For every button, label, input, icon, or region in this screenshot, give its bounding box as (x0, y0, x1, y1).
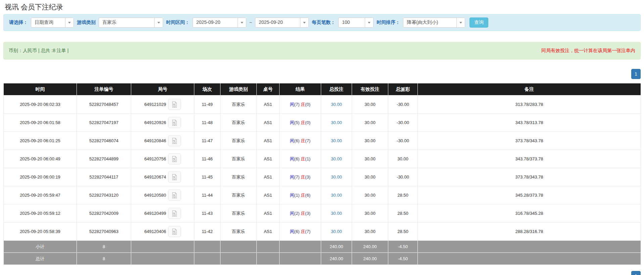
chevron-down-icon (365, 18, 373, 27)
video-file-icon (171, 119, 178, 126)
query-type-label: 请选择： (9, 19, 28, 26)
result-player-label: 闲 (290, 193, 294, 198)
result-banker-score: (1) (305, 156, 310, 161)
video-replay-button[interactable] (168, 153, 181, 164)
video-replay-button[interactable] (168, 117, 181, 128)
video-file-icon (171, 228, 178, 235)
page-1-button-bottom[interactable]: 1 (631, 271, 641, 275)
total-bet-link[interactable]: 30.00 (331, 211, 342, 216)
total-bet-cell: 30.00 (321, 223, 352, 241)
bets-table: 时间 注单编号 局号 场次 游戏类别 桌号 结果 总投注 有效投注 总派彩 备注… (3, 83, 641, 265)
total-bet-link[interactable]: 30.00 (331, 120, 342, 125)
result-player-score: (7) (294, 102, 300, 107)
total-bet-link[interactable]: 30.00 (331, 156, 342, 161)
round-id-value: 649121029 (144, 102, 166, 107)
video-replay-button[interactable] (168, 226, 181, 237)
date-from-select[interactable]: 2025-09-20 (193, 17, 246, 28)
table-body: 2025-09-20 06:02:33 522827048457 6491210… (4, 95, 641, 241)
result-banker-label: 庄 (301, 138, 305, 143)
page-1-button[interactable]: 1 (631, 69, 641, 79)
session-cell: 11-45 (194, 168, 220, 186)
chevron-down-icon (456, 18, 465, 27)
total-bet-link[interactable]: 30.00 (331, 102, 342, 107)
valid-bet-cell: 30.00 (352, 150, 388, 168)
table-no-cell: AS1 (257, 95, 280, 114)
game-cell: 百家乐 (220, 95, 257, 114)
total-bet-cell: 30.00 (321, 168, 352, 186)
video-replay-button[interactable] (168, 171, 181, 183)
round-id-cell: 649120674 (131, 168, 194, 186)
video-file-icon (171, 156, 178, 162)
search-button[interactable]: 查询 (469, 17, 488, 28)
round-id-value: 649120926 (144, 120, 166, 125)
table-no-cell: AS1 (257, 132, 280, 150)
video-file-icon (171, 210, 178, 217)
result-cell: 闲(6) 庄(7) (280, 223, 321, 241)
total-bet-link[interactable]: 30.00 (331, 174, 342, 180)
total-bet-link[interactable]: 30.00 (331, 138, 342, 143)
result-player-label: 闲 (290, 229, 294, 234)
col-header-session: 场次 (194, 83, 220, 95)
result-player-score: (6) (294, 156, 300, 161)
time-cell: 2025-09-20 05:59:47 (4, 186, 77, 204)
total-bet-link[interactable]: 30.00 (331, 229, 342, 234)
time-cell: 2025-09-20 06:01:25 (4, 132, 77, 150)
filter-bar: 请选择： 日期查询 游戏类别 百家乐 时间区间： 2025-09-20 ~ 20… (3, 14, 641, 31)
round-id-cell: 649120580 (131, 186, 194, 204)
video-replay-button[interactable] (168, 208, 181, 219)
result-cell: 闲(6) 庄(7) (280, 132, 321, 150)
result-banker-label: 庄 (301, 102, 305, 107)
round-id-cell: 649120756 (131, 150, 194, 168)
round-id-value: 649120846 (144, 138, 166, 143)
bet-id-cell: 522827043120 (77, 186, 131, 204)
table-totals: 小计 8 240.00 240.00 -4.50 总计 8 2 (4, 241, 641, 265)
summary-bar: 币别：人民币 | 总共 :8 注单 | 同局有效投注，统一计算在该局第一张注单内 (3, 42, 641, 60)
time-cell: 2025-09-20 05:59:12 (4, 204, 77, 223)
date-from-value: 2025-09-20 (193, 18, 238, 27)
grand-total-total-bet: 240.00 (321, 253, 352, 265)
result-cell: 闲(6) 庄(1) (280, 150, 321, 168)
round-id-value: 649120499 (144, 211, 166, 216)
subtotal-count: 8 (77, 241, 131, 253)
col-header-table-no: 桌号 (257, 83, 280, 95)
game-cell: 百家乐 (220, 186, 257, 204)
valid-bet-cell: 30.00 (352, 168, 388, 186)
date-to-select[interactable]: 2025-09-20 (255, 17, 309, 28)
result-banker-score: (7) (305, 229, 310, 234)
result-banker-score: (0) (305, 102, 310, 107)
remark-cell: 343.78/373.78 (418, 150, 641, 168)
bet-id-cell: 522827044899 (77, 150, 131, 168)
result-cell: 闲(7) 庄(3) (280, 168, 321, 186)
query-type-select[interactable]: 日期查询 (31, 17, 74, 28)
result-banker-score: (3) (305, 174, 310, 180)
game-category-select[interactable]: 百家乐 (99, 17, 163, 28)
page-size-select[interactable]: 100 (338, 17, 374, 28)
round-id-value: 649120406 (144, 229, 166, 234)
video-replay-button[interactable] (168, 190, 181, 201)
remark-cell: 345.28/373.78 (418, 186, 641, 204)
video-replay-button[interactable] (168, 135, 181, 146)
payout-cell: 28.50 (388, 186, 418, 204)
time-sort-select[interactable]: 降幂(由大到小) (403, 17, 465, 28)
result-cell: 闲(7) 庄(0) (280, 95, 321, 114)
session-cell: 11-46 (194, 150, 220, 168)
table-row: 2025-09-20 05:58:39 522827040963 6491204… (4, 223, 641, 241)
video-replay-button[interactable] (168, 99, 181, 110)
table-no-cell: AS1 (257, 114, 280, 132)
payout-cell: -30.00 (388, 132, 418, 150)
col-header-result: 结果 (280, 83, 321, 95)
round-id-cell: 649121029 (131, 95, 194, 114)
game-cell: 百家乐 (220, 114, 257, 132)
chevron-down-icon (300, 18, 308, 27)
date-range-tilde: ~ (249, 20, 252, 25)
total-bet-link[interactable]: 30.00 (331, 193, 342, 198)
payout-cell: 28.50 (388, 223, 418, 241)
round-id-cell: 649120926 (131, 114, 194, 132)
time-cell: 2025-09-20 06:00:19 (4, 168, 77, 186)
col-header-round-id: 局号 (131, 83, 194, 95)
table-row: 2025-09-20 06:01:58 522827047197 6491209… (4, 114, 641, 132)
payout-cell: 30.00 (388, 150, 418, 168)
result-cell: 闲(5) 庄(0) (280, 114, 321, 132)
payout-cell: -30.00 (388, 95, 418, 114)
query-type-value: 日期查询 (31, 18, 65, 27)
